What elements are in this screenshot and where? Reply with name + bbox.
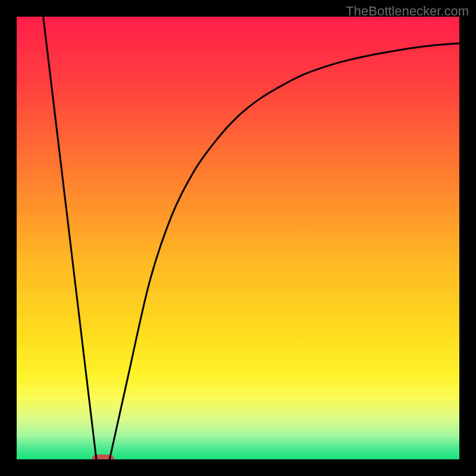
bottleneck-chart xyxy=(0,0,476,476)
plot-background xyxy=(17,17,459,459)
watermark-text: TheBottlenecker.com xyxy=(346,4,469,19)
chart-svg xyxy=(0,0,476,476)
